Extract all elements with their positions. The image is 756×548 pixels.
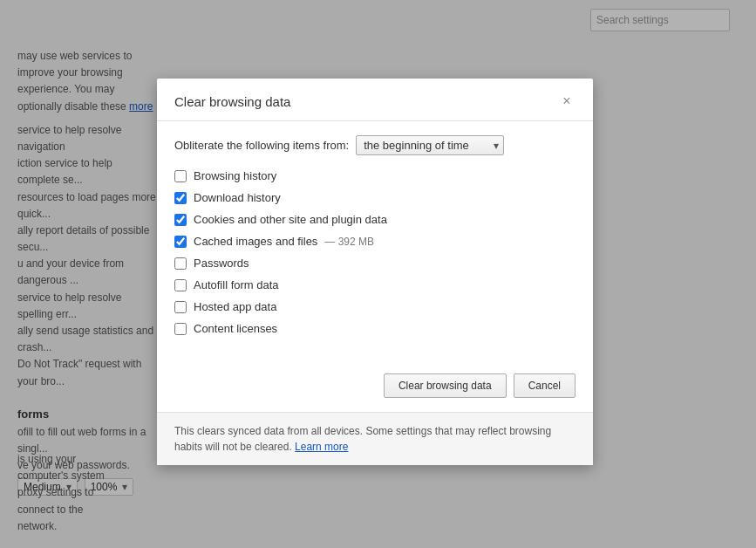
checkbox-0[interactable] [174, 170, 187, 182]
checkbox-label: Cached images and files [194, 235, 317, 248]
clear-browsing-data-button[interactable]: Clear browsing data [384, 373, 507, 398]
list-item[interactable]: Cookies and other site and plugin data [174, 213, 576, 226]
cancel-button[interactable]: Cancel [514, 373, 576, 398]
clear-browsing-data-dialog: Clear browsing data × Obliterate the fol… [157, 79, 593, 465]
checkbox-note: — 392 MB [324, 236, 374, 248]
checkbox-label: Autofill form data [194, 278, 279, 291]
list-item[interactable]: Content licenses [174, 322, 576, 335]
list-item[interactable]: Browsing history [174, 169, 576, 182]
list-item[interactable]: Cached images and files — 392 MB [174, 235, 576, 248]
dialog-header: Clear browsing data × [157, 79, 593, 121]
checkbox-5[interactable] [174, 279, 187, 291]
list-item[interactable]: Download history [174, 191, 576, 204]
checkbox-7[interactable] [174, 323, 187, 335]
dialog-info: This clears synced data from all devices… [157, 412, 593, 465]
checkbox-3[interactable] [174, 236, 187, 248]
list-item[interactable]: Passwords [174, 257, 576, 270]
checkbox-label: Content licenses [194, 322, 277, 335]
learn-more-link[interactable]: Learn more [295, 441, 348, 453]
list-item[interactable]: Autofill form data [174, 278, 576, 291]
checkbox-label: Download history [194, 191, 281, 204]
checkbox-2[interactable] [174, 214, 187, 226]
dialog-body: Obliterate the following items from: the… [157, 121, 593, 363]
checkbox-label: Browsing history [194, 169, 276, 182]
dialog-close-button[interactable]: × [558, 92, 576, 110]
checkbox-label: Cookies and other site and plugin data [194, 213, 387, 226]
checkbox-label: Hosted app data [194, 300, 276, 313]
time-range-select-wrapper[interactable]: the beginning of timethe past hourthe pa… [356, 135, 504, 155]
checkbox-4[interactable] [174, 257, 187, 270]
dialog-footer-buttons: Clear browsing data Cancel [157, 363, 593, 412]
checkbox-list: Browsing historyDownload historyCookies … [174, 169, 576, 335]
dialog-title: Clear browsing data [174, 94, 290, 109]
checkbox-label: Passwords [194, 257, 249, 270]
time-range-select[interactable]: the beginning of timethe past hourthe pa… [356, 135, 504, 155]
dialog-info-text: This clears synced data from all devices… [174, 425, 551, 453]
time-range-row: Obliterate the following items from: the… [174, 135, 576, 155]
list-item[interactable]: Hosted app data [174, 300, 576, 313]
checkbox-6[interactable] [174, 301, 187, 313]
checkbox-1[interactable] [174, 192, 187, 204]
time-range-label: Obliterate the following items from: [174, 139, 349, 152]
